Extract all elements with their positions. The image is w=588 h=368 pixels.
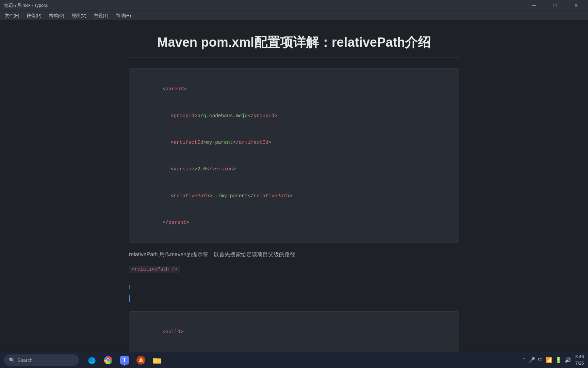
wifi-icon[interactable]: 📶 <box>545 357 552 363</box>
tag-relativepath-close: relativePath <box>254 193 289 199</box>
prose-text: relativePath 用作maven的提示符，以首先搜索给定该项目父级的路径 <box>129 250 459 259</box>
title-bar-left: 笔记-7月.md• - Typora <box>4 2 48 9</box>
svg-point-3 <box>107 358 110 362</box>
bracket: > <box>180 329 183 335</box>
menu-help[interactable]: 帮助(H) <box>113 11 134 20</box>
clock-date: 7/26 <box>575 360 584 366</box>
bracket: > <box>274 113 277 119</box>
title-bar: 笔记-7月.md• - Typora ─ □ ✕ <box>0 0 588 11</box>
menu-paragraph[interactable]: 段落(P) <box>23 11 45 20</box>
empty-space: I <box>129 277 459 305</box>
bell-icon: 🔔 <box>138 357 144 363</box>
app-title: 笔记-7月.md• - Typora <box>4 2 48 9</box>
taskbar-app-files[interactable] <box>150 353 165 367</box>
bracket: > <box>183 86 186 92</box>
taskbar-right: ⌃ 🎤 中 📶 🔋 🔊 3:46 7/26 <box>521 354 584 366</box>
tag-version-open: version <box>174 166 194 172</box>
menu-view[interactable]: 视图(V) <box>68 11 90 20</box>
taskbar-search[interactable]: 🔍 Search <box>4 354 79 366</box>
version-value: 2.0 <box>197 166 206 172</box>
search-icon: 🔍 <box>9 357 15 363</box>
bracket: > <box>233 166 236 172</box>
search-text: Search <box>17 357 32 363</box>
system-tray-icons: ⌃ 🎤 中 📶 🔋 🔊 <box>521 357 571 363</box>
inline-code-relativepath: <relativePath /> <box>129 266 180 273</box>
taskbar-app-notification[interactable]: 🔔 <box>133 353 148 367</box>
clock-time: 3:46 <box>575 354 584 360</box>
taskbar-app-edge[interactable] <box>84 353 99 367</box>
code-block-2[interactable]: <build> <defaultGoal>install</defaultGoa… <box>129 311 459 352</box>
tag-relativepath-open: relativePath <box>174 193 209 199</box>
bracket: </ <box>206 166 212 172</box>
title-bar-controls: ─ □ ✕ <box>526 0 584 11</box>
tag-artifactid-open: artifactId <box>174 140 203 145</box>
code-block-1[interactable]: <parent> <groupId>org.codehaus.mojo</gro… <box>129 68 459 243</box>
tag-version-close: version <box>212 166 233 172</box>
cursor-area: I <box>129 283 459 291</box>
chevron-up-icon[interactable]: ⌃ <box>521 357 526 363</box>
bracket: </ <box>233 140 239 145</box>
bracket: > <box>186 220 189 225</box>
title-divider <box>129 58 459 58</box>
files-icon <box>153 356 162 365</box>
speaker-icon[interactable]: 🔊 <box>565 357 571 363</box>
menu-format[interactable]: 格式(O) <box>46 11 68 20</box>
tag-parent-close: parent <box>168 220 186 225</box>
main-content: Maven pom.xml配置项详解：relativePath介绍 <paren… <box>0 20 588 352</box>
bracket: > <box>203 140 206 145</box>
bracket: > <box>268 140 272 145</box>
bracket: </ <box>248 193 254 199</box>
inline-code-container: <relativePath /> <box>129 266 459 272</box>
menu-file[interactable]: 文件(F) <box>1 11 23 20</box>
tag-groupid-close: groupId <box>254 113 274 119</box>
app-active-indicator <box>124 364 125 366</box>
maximize-button[interactable]: □ <box>547 0 563 11</box>
text-cursor: I <box>129 284 130 290</box>
artifactid-value: my-parent <box>206 140 233 145</box>
minimize-button[interactable]: ─ <box>526 0 542 11</box>
tag-parent-open: parent <box>165 86 183 92</box>
groupid-value: org.codehaus.mojo <box>197 113 248 119</box>
taskbar-apps: T 🔔 <box>84 353 165 367</box>
edge-icon <box>87 355 97 365</box>
menu-bar: 文件(F) 段落(P) 格式(O) 视图(V) 主题(T) 帮助(H) <box>0 11 588 20</box>
chinese-input-icon[interactable]: 中 <box>538 357 543 363</box>
tag-groupid-open: groupId <box>174 113 194 119</box>
content-wrapper: Maven pom.xml配置项详解：relativePath介绍 <paren… <box>115 34 473 352</box>
svg-rect-6 <box>153 358 161 363</box>
tag-artifactid-close: artifactId <box>239 140 268 145</box>
battery-icon[interactable]: 🔋 <box>555 357 562 363</box>
relativepath-value: ../my-parent <box>212 193 247 199</box>
taskbar-time-date[interactable]: 3:46 7/26 <box>575 354 584 366</box>
taskbar: 🔍 Search <box>0 352 588 368</box>
document-title: Maven pom.xml配置项详解：relativePath介绍 <box>129 34 459 51</box>
edit-cursor <box>129 295 130 302</box>
bracket: > <box>289 193 292 199</box>
taskbar-app-typora[interactable]: T <box>117 353 132 367</box>
bracket: > <box>194 113 197 119</box>
chrome-icon <box>103 355 113 365</box>
bracket: > <box>194 166 197 172</box>
taskbar-app-chrome[interactable] <box>101 353 116 367</box>
bracket: </ <box>163 220 168 225</box>
typora-icon: T <box>120 356 129 365</box>
folder-icon <box>153 355 162 365</box>
mic-icon[interactable]: 🎤 <box>528 357 535 363</box>
menu-theme[interactable]: 主题(T) <box>91 11 112 20</box>
tag-build-open: build <box>165 329 180 335</box>
notification-icon: 🔔 <box>136 356 145 365</box>
bracket: </ <box>248 113 254 119</box>
close-button[interactable]: ✕ <box>568 0 584 11</box>
